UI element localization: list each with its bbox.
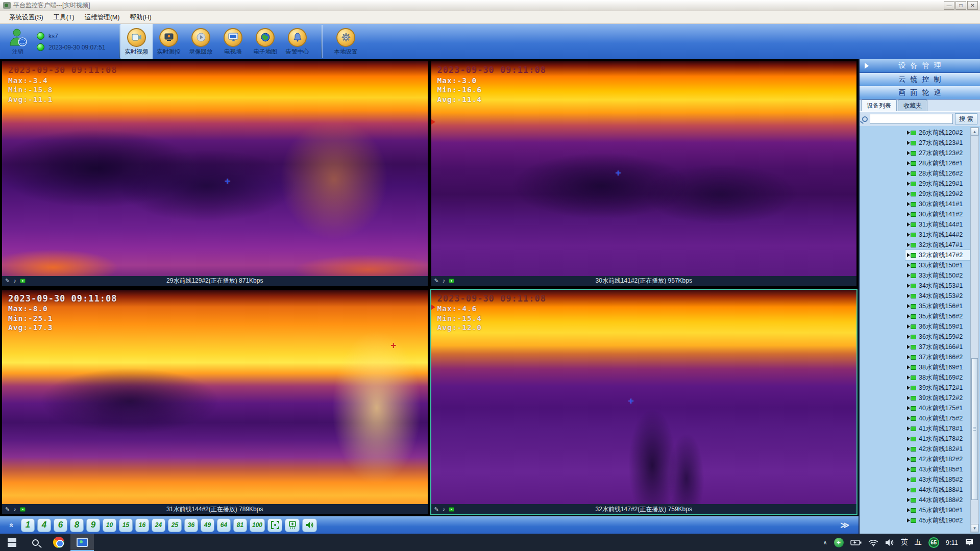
wifi-icon[interactable] xyxy=(868,539,878,546)
device-item[interactable]: 37水前线166#2 xyxy=(905,352,970,362)
device-item[interactable]: 28水前线126#1 xyxy=(905,158,970,168)
hidden-icons-chevron[interactable]: ∧ xyxy=(823,539,827,546)
pen-icon[interactable]: ✎ xyxy=(5,278,10,284)
layout-count-button[interactable]: 25 xyxy=(168,518,182,532)
device-item[interactable]: 42水前线182#2 xyxy=(905,454,970,464)
device-item[interactable]: 33水前线150#2 xyxy=(905,270,970,281)
layout-count-button[interactable]: 1 xyxy=(21,518,35,532)
antivirus-icon[interactable]: + xyxy=(834,538,844,547)
device-item[interactable]: 30水前线141#2 xyxy=(905,209,970,219)
search-input[interactable] xyxy=(870,114,953,124)
layout-count-button[interactable]: 36 xyxy=(184,518,198,532)
toolbar-button-playback[interactable]: 录像回放 xyxy=(185,24,217,59)
sidebar-section-ptz-control[interactable]: 云镜控制 xyxy=(860,73,980,86)
close-button[interactable]: ✕ xyxy=(967,1,978,10)
device-item[interactable]: 39水前线172#2 xyxy=(905,393,970,403)
add-view-button[interactable] xyxy=(285,518,300,532)
layout-count-button[interactable]: 100 xyxy=(250,518,265,532)
volume-icon[interactable] xyxy=(885,539,894,546)
record-camera-icon[interactable] xyxy=(20,279,26,283)
layout-count-button[interactable]: 9 xyxy=(86,518,100,532)
device-item[interactable]: 43水前线185#2 xyxy=(905,474,970,485)
layout-count-button[interactable]: 6 xyxy=(54,518,67,532)
record-camera-icon[interactable] xyxy=(20,507,26,512)
device-item[interactable]: 27水前线123#1 xyxy=(905,138,970,148)
battery-icon[interactable] xyxy=(850,539,862,546)
status-badge[interactable]: 65 xyxy=(928,537,939,548)
layout-count-button[interactable]: 8 xyxy=(70,518,84,532)
device-item[interactable]: 41水前线178#1 xyxy=(905,423,970,434)
list-scrollbar[interactable]: ▲ ▼ xyxy=(970,127,979,533)
layout-count-button[interactable]: 15 xyxy=(119,518,133,532)
device-item[interactable]: 29水前线129#1 xyxy=(905,179,970,189)
layout-count-button[interactable]: 81 xyxy=(233,518,247,532)
tab-favorites[interactable]: 收藏夹 xyxy=(898,99,927,111)
clock[interactable]: 9:11 xyxy=(946,539,958,546)
record-camera-icon[interactable] xyxy=(449,507,454,512)
device-item[interactable]: 38水前线169#1 xyxy=(905,362,970,372)
device-item[interactable]: 26水前线120#2 xyxy=(905,128,970,138)
record-camera-icon[interactable] xyxy=(449,279,454,283)
taskbar-search-button[interactable] xyxy=(23,534,47,551)
device-item[interactable]: 36水前线159#1 xyxy=(905,321,970,332)
video-panel-1[interactable]: 2023-09-30 09:11:08 Max:-3.4 Min:-15.8 A… xyxy=(1,60,429,287)
device-item[interactable]: 28水前线126#2 xyxy=(905,168,970,179)
layout-count-button[interactable]: 16 xyxy=(135,518,149,532)
device-item[interactable]: 36水前线159#2 xyxy=(905,332,970,342)
sidebar-section-screen-patrol[interactable]: 画面轮巡 xyxy=(860,86,980,99)
toolbar-button-live-measure[interactable]: 实时测控 xyxy=(153,24,185,59)
menu-item[interactable]: 运维管理(M) xyxy=(80,12,125,23)
menu-item[interactable]: 帮助(H) xyxy=(125,12,156,23)
toolbar-button-local-settings[interactable]: 本地设置 xyxy=(330,24,362,59)
audio-icon[interactable]: ♪ xyxy=(443,507,446,512)
video-panel-2[interactable]: 2023-09-30 09:11:08 Max:-3.0 Min:-16.6 A… xyxy=(430,60,858,287)
toolbar-button-live-video[interactable]: 实时视频 xyxy=(120,24,153,59)
device-item[interactable]: 35水前线156#1 xyxy=(905,301,970,311)
device-item[interactable]: 38水前线169#2 xyxy=(905,372,970,383)
device-item[interactable]: 31水前线144#1 xyxy=(905,219,970,230)
device-item[interactable]: 35水前线156#2 xyxy=(905,311,970,321)
start-button[interactable] xyxy=(0,534,23,551)
maximize-button[interactable]: □ xyxy=(955,1,966,10)
device-item[interactable]: 44水前线188#2 xyxy=(905,495,970,505)
chrome-button[interactable] xyxy=(47,534,70,551)
device-item[interactable]: 34水前线153#1 xyxy=(905,281,970,291)
language-indicator[interactable]: 英 xyxy=(901,538,908,547)
scroll-thumb[interactable] xyxy=(971,358,978,500)
device-item[interactable]: 45水前线190#1 xyxy=(905,505,970,515)
menu-item[interactable]: 系统设置(S) xyxy=(4,12,48,23)
monitor-client-button[interactable] xyxy=(70,534,94,551)
device-item[interactable]: 33水前线150#1 xyxy=(905,260,970,270)
device-item[interactable]: 30水前线141#1 xyxy=(905,199,970,209)
audio-icon[interactable]: ♪ xyxy=(443,278,446,284)
layout-count-button[interactable]: 4 xyxy=(37,518,51,532)
collapse-up-icon[interactable]: « xyxy=(5,518,18,532)
scroll-down-button[interactable]: ▼ xyxy=(971,524,978,532)
tab-device-list[interactable]: 设备列表 xyxy=(861,99,897,111)
toolbar-button-alarm-center[interactable]: 告警中心 xyxy=(281,24,313,59)
device-item[interactable]: 44水前线188#1 xyxy=(905,485,970,495)
device-item[interactable]: 31水前线144#2 xyxy=(905,230,970,240)
video-panel-4[interactable]: 2023-09-30 09:11:08 Max:-4.6 Min:-15.4 A… xyxy=(430,289,858,516)
pen-icon[interactable]: ✎ xyxy=(5,507,10,512)
device-item[interactable]: 29水前线129#2 xyxy=(905,189,970,199)
sidebar-section-device-management[interactable]: 设备管理 xyxy=(860,59,980,73)
layout-count-button[interactable]: 24 xyxy=(152,518,165,532)
notification-icon[interactable] xyxy=(965,538,974,546)
device-item[interactable]: 43水前线185#1 xyxy=(905,464,970,474)
device-item[interactable]: 34水前线153#2 xyxy=(905,291,970,301)
expand-right-icon[interactable]: ≫ xyxy=(840,520,853,531)
toolbar-button-e-map[interactable]: 电子地图 xyxy=(249,24,281,59)
search-button[interactable]: 搜索 xyxy=(955,113,977,124)
device-item[interactable]: 32水前线147#2 xyxy=(905,250,970,260)
fullscreen-button[interactable] xyxy=(267,518,282,532)
device-item[interactable]: 40水前线175#1 xyxy=(905,403,970,413)
pen-icon[interactable]: ✎ xyxy=(434,278,439,284)
device-item[interactable]: 42水前线182#1 xyxy=(905,444,970,454)
video-panel-3[interactable]: 2023-09-30 09:11:08 Max:-8.0 Min:-25.1 A… xyxy=(1,289,429,516)
device-item[interactable]: 37水前线166#1 xyxy=(905,342,970,352)
device-item[interactable]: 45水前线190#2 xyxy=(905,515,970,525)
device-item[interactable]: 39水前线172#1 xyxy=(905,383,970,393)
minimize-button[interactable]: — xyxy=(944,1,954,10)
layout-count-button[interactable]: 49 xyxy=(201,518,214,532)
